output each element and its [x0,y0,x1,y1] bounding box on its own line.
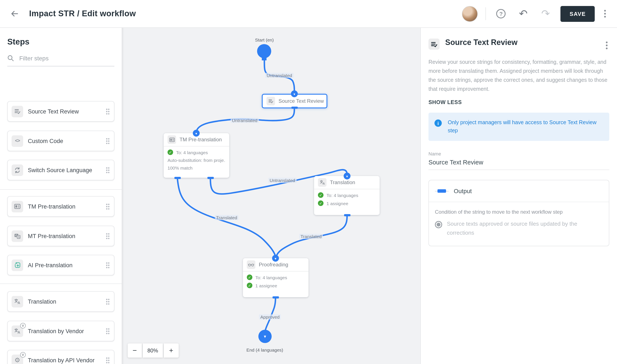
name-field[interactable]: Source Text Review [429,159,609,170]
topbar-kebab-menu[interactable] [603,8,608,19]
connector-handle[interactable] [174,177,181,179]
start-node-label: Start (en) [255,37,274,42]
svg-text:A: A [322,182,325,185]
sync-icon [12,164,23,176]
show-less-link[interactable]: SHOW LESS [429,99,462,105]
zoom-control: − 80% + [128,343,179,358]
start-node[interactable] [257,44,271,58]
drag-handle-icon[interactable] [106,357,110,363]
connector-handle[interactable] [272,296,279,299]
list-check-icon [429,39,440,50]
undo-button[interactable]: ↶ [516,6,531,21]
edge-label-untranslated: Untranslated [268,178,296,183]
edge-arrow-icon: ▼ [272,255,279,262]
node-detail: 1 assignee [255,283,277,288]
check-icon: ✓ [318,200,323,206]
zoom-out-button[interactable]: − [128,343,142,358]
sidebar-item-label: MT Pre-translation [28,233,75,239]
node-tm-pre-translation[interactable]: TM Pre-translation ✓To: 4 languages Auto… [164,133,229,178]
sidebar-item-label: TM Pre-translation [28,203,75,210]
node-detail: 1 assignee [326,201,348,206]
vendor-badge: V [20,352,26,357]
node-detail: To: 4 languages [255,275,287,280]
drag-handle-icon[interactable] [106,298,110,305]
tm-card-icon [12,201,23,212]
node-detail: Auto-substitution: from proje… [168,157,225,163]
sidebar-item-mt-pre-translation[interactable]: GA MT Pre-translation [7,226,114,246]
topbar-divider [486,7,486,20]
node-title: Proofreading [259,262,288,268]
filter-steps-field[interactable] [7,54,114,66]
info-alert: i Only project managers will have access… [429,113,609,141]
sidebar-item-tm-pre-translation[interactable]: TM Pre-translation [7,196,114,217]
workflow-canvas[interactable]: Start (en) ▼ End (4 languages) Untransla… [122,28,420,364]
drag-handle-icon[interactable] [106,328,110,334]
save-button[interactable]: SAVE [561,6,595,22]
edge-arrow-icon: ▼ [291,90,298,97]
filter-steps-input[interactable] [18,54,104,62]
mt-translate-icon: GA [12,230,23,242]
redo-button[interactable]: ↷ [538,6,553,21]
ai-sparkle-icon [12,259,23,271]
start-node-stem [262,58,267,60]
radio-button-icon[interactable] [435,221,442,228]
end-node-arrow-icon: ▼ [263,334,267,338]
connector-handle[interactable] [207,177,214,179]
back-arrow-icon [10,9,19,18]
edge-label-untranslated: Untranslated [265,73,293,78]
output-option-label: Source texts approved or source files up… [447,219,603,237]
node-detail: 100% match [168,165,193,170]
output-condition-label: Condition of the string to move to the n… [435,209,603,215]
vendor-badge: V [20,323,26,328]
sidebar-item-translation[interactable]: A Translation [7,291,114,312]
topbar-actions: ? ↶ ↷ SAVE [462,6,617,22]
edge-label-translated: Translated [299,234,323,239]
sidebar-title: Steps [7,37,122,47]
workflow-editor: Impact STR / Edit workflow ? ↶ ↷ SAVE St… [0,0,617,364]
avatar[interactable] [462,6,478,22]
sidebar-item-translation-by-api-vendor[interactable]: ⚙ V Translation by API Vendor [7,350,114,364]
output-title: Output [454,188,472,195]
output-card: Output Condition of the string to move t… [429,180,609,246]
check-icon: ✓ [247,274,252,280]
sidebar-item-source-text-review[interactable]: Source Text Review [7,101,114,122]
zoom-in-button[interactable]: + [164,343,179,358]
end-node[interactable]: ▼ [258,330,272,343]
sidebar-item-label: Switch Source Language [28,167,92,173]
svg-text:A: A [18,301,20,304]
info-icon: i [434,119,442,127]
drag-handle-icon[interactable] [106,167,110,173]
translate-icon: A [12,296,23,307]
connector-handle[interactable] [291,107,298,109]
undo-icon: ↶ [519,9,528,19]
tm-card-icon [168,135,176,144]
back-button[interactable] [6,5,23,22]
sidebar-item-translation-by-vendor[interactable]: A V Translation by Vendor [7,321,114,341]
list-check-icon [267,97,275,105]
check-icon: ✓ [318,192,323,198]
sidebar-item-label: AI Pre-translation [28,262,73,268]
sidebar-item-label: Custom Code [28,138,63,144]
help-button[interactable]: ? [494,6,508,21]
zoom-level: 80% [143,343,163,358]
panel-kebab-menu[interactable] [604,40,609,51]
edge-arrow-icon: ▼ [344,173,350,180]
drag-handle-icon[interactable] [106,138,110,144]
drag-handle-icon[interactable] [106,262,110,268]
check-icon: ✓ [168,149,173,155]
drag-handle-icon[interactable] [106,203,110,210]
sidebar-item-ai-pre-translation[interactable]: AI Pre-translation [7,255,114,275]
node-translation[interactable]: A Translation ✓To: 4 languages ✓1 assign… [314,176,380,215]
info-alert-text: Only project managers will have access t… [448,119,603,135]
node-proofreading[interactable]: Proofreading ✓To: 4 languages ✓1 assigne… [243,258,308,297]
edge-label-untranslated: Untranslated [230,118,259,123]
sidebar-item-switch-source-language[interactable]: Switch Source Language [7,160,114,180]
redo-icon: ↷ [541,9,550,19]
panel-title: Source Text Review [445,38,604,47]
glasses-icon [247,260,255,269]
drag-handle-icon[interactable] [106,233,110,239]
sidebar-item-custom-code[interactable]: <> Custom Code [7,130,114,151]
connector-handle[interactable] [344,214,350,216]
drag-handle-icon[interactable] [106,108,110,115]
svg-text:A: A [18,235,20,238]
